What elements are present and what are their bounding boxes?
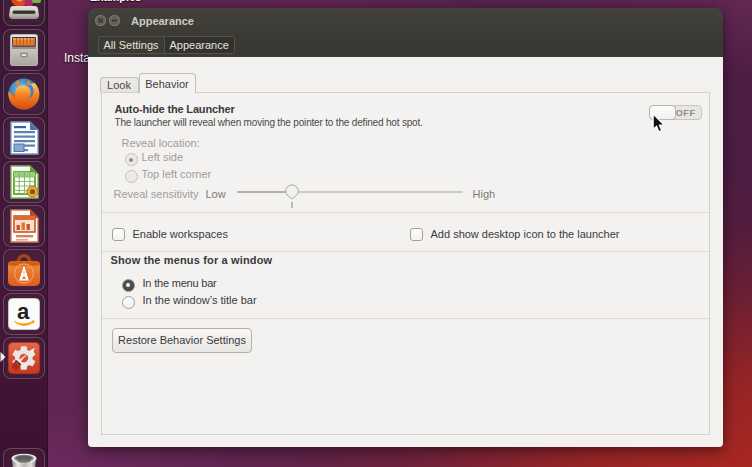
svg-text:a: a [17, 299, 30, 324]
